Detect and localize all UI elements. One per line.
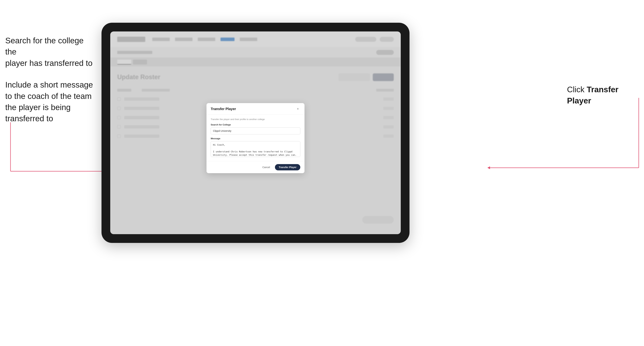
arrow-right bbox=[399, 154, 644, 189]
transfer-player-button[interactable]: Transfer Player bbox=[275, 164, 300, 170]
annotation-line-6: transferred to bbox=[5, 114, 53, 123]
modal-description: Transfer the player and their profile to… bbox=[211, 118, 300, 121]
annotation-line-4: to the coach of the team bbox=[5, 92, 92, 101]
annotation-line-5: the player is being bbox=[5, 103, 70, 112]
search-college-label: Search for College bbox=[211, 123, 300, 126]
modal-footer: Cancel Transfer Player bbox=[206, 161, 304, 173]
search-college-input[interactable] bbox=[211, 127, 300, 134]
modal-title: Transfer Player bbox=[211, 107, 236, 111]
message-label: Message bbox=[211, 137, 300, 140]
modal-close-button[interactable]: × bbox=[296, 107, 300, 112]
annotation-right-text: Click Transfer Player bbox=[567, 84, 634, 106]
tablet-screen: Update Roster bbox=[110, 31, 401, 234]
modal-body: Transfer the player and their profile to… bbox=[206, 114, 304, 161]
modal-header: Transfer Player × bbox=[206, 103, 304, 114]
annotation-right-block: Click Transfer Player bbox=[567, 84, 634, 106]
message-textarea[interactable]: Hi Coach, I understand Chris Robertson h… bbox=[211, 141, 300, 157]
annotation-line-2: player has transferred to bbox=[5, 58, 92, 68]
annotation-line-3: Include a short message bbox=[5, 80, 93, 89]
annotation-left-block: Search for the college the player has tr… bbox=[5, 35, 96, 135]
transfer-player-modal: Transfer Player × Transfer the player an… bbox=[206, 103, 304, 173]
annotation-line-1: Search for the college the bbox=[5, 36, 84, 56]
annotation-text-top: Search for the college the player has tr… bbox=[5, 35, 96, 69]
tablet-frame: Update Roster bbox=[102, 23, 410, 243]
annotation-right-prefix: Click bbox=[567, 85, 586, 94]
svg-marker-5 bbox=[487, 166, 490, 169]
cancel-button[interactable]: Cancel bbox=[260, 165, 273, 170]
modal-overlay: Transfer Player × Transfer the player an… bbox=[110, 31, 401, 234]
annotation-text-bottom: Include a short message to the coach of … bbox=[5, 79, 96, 124]
